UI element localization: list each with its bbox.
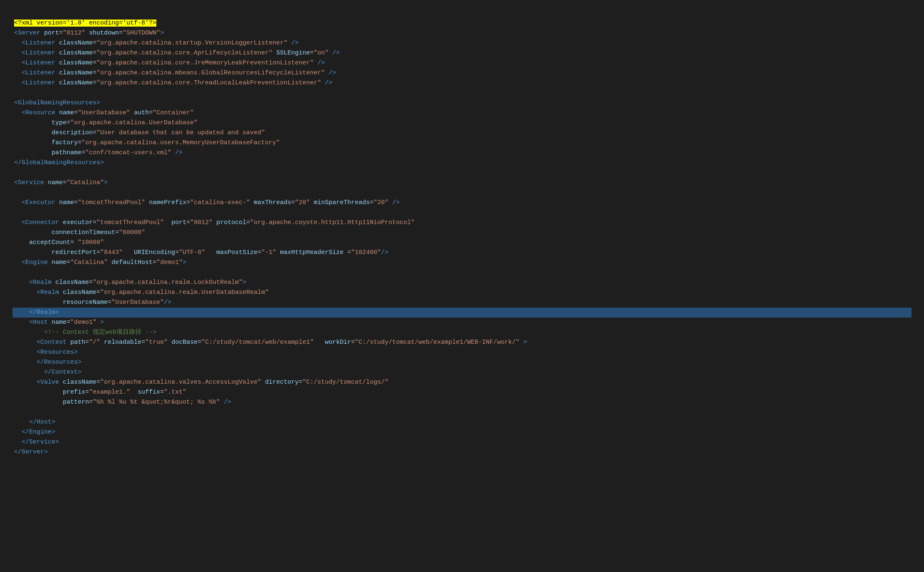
code-line-42: </Engine> — [12, 427, 912, 437]
code-line-14: pathname="conf/tomcat-users.xml" /> — [12, 148, 912, 158]
code-line-17: <Service name="Catalina"> — [12, 178, 912, 188]
code-line-2: <Server port="8112" shutdown="SHUTDOWN"> — [12, 28, 912, 38]
code-line-20 — [12, 208, 912, 218]
code-line-31: <Host name="demo1" > — [12, 318, 912, 328]
code-line-36: </Context> — [12, 367, 912, 377]
code-line-5: <Listener className="org.apache.catalina… — [12, 58, 912, 68]
code-line-25: <Engine name="Catalina" defaultHost="dem… — [12, 258, 912, 268]
code-line-23: acceptCount= "10000" — [12, 238, 912, 248]
code-line-44: </Server> — [12, 447, 912, 457]
code-line-26 — [12, 268, 912, 278]
code-line-37: <Valve className="org.apache.catalina.va… — [12, 377, 912, 387]
code-line-41: </Host> — [12, 417, 912, 427]
code-line-10: <Resource name="UserDatabase" auth="Cont… — [12, 108, 912, 118]
code-line-8 — [12, 88, 912, 98]
code-line-43: </Service> — [12, 437, 912, 447]
code-line-15: </GlobalNamingResources> — [12, 158, 912, 168]
code-line-24: redirectPort="8443" URIEncoding="UTF-8" … — [12, 248, 912, 258]
code-line-30: </Realm> — [12, 308, 912, 318]
code-line-12: description="User database that can be u… — [12, 128, 912, 138]
code-line-13: factory="org.apache.catalina.users.Memor… — [12, 138, 912, 148]
code-line-38: prefix="example1." suffix=".txt" — [12, 387, 912, 397]
code-line-1: <?xml version='1.0' encoding='utf-8'?> — [12, 18, 912, 28]
code-line-4: <Listener className="org.apache.catalina… — [12, 48, 912, 58]
code-line-28: <Realm className="org.apache.catalina.re… — [12, 288, 912, 298]
code-line-35: </Resources> — [12, 358, 912, 367]
code-line-32: <!-- Context 指定web项目路径 --> — [12, 328, 912, 338]
code-line-34: <Resources> — [12, 348, 912, 358]
code-line-3: <Listener className="org.apache.catalina… — [12, 38, 912, 48]
code-line-29: resourceName="UserDatabase"/> — [12, 298, 912, 308]
code-line-22: connectionTimeout="60000" — [12, 228, 912, 238]
code-line-40 — [12, 407, 912, 417]
code-line-27: <Realm className="org.apache.catalina.re… — [12, 278, 912, 288]
code-line-16 — [12, 168, 912, 178]
code-line-11: type="org.apache.catalina.UserDatabase" — [12, 118, 912, 128]
code-line-18 — [12, 188, 912, 198]
code-line-19: <Executor name="tomcatThreadPool" namePr… — [12, 198, 912, 208]
code-editor: <?xml version='1.0' encoding='utf-8'?><S… — [12, 8, 912, 457]
code-line-39: pattern="%h %l %u %t &quot;%r&quot; %s %… — [12, 397, 912, 407]
code-line-7: <Listener className="org.apache.catalina… — [12, 78, 912, 88]
code-line-9: <GlobalNamingResources> — [12, 98, 912, 108]
code-line-6: <Listener className="org.apache.catalina… — [12, 68, 912, 78]
code-line-33: <Context path="/" reloadable="true" docB… — [12, 338, 912, 348]
code-line-21: <Connector executor="tomcatThreadPool" p… — [12, 218, 912, 228]
